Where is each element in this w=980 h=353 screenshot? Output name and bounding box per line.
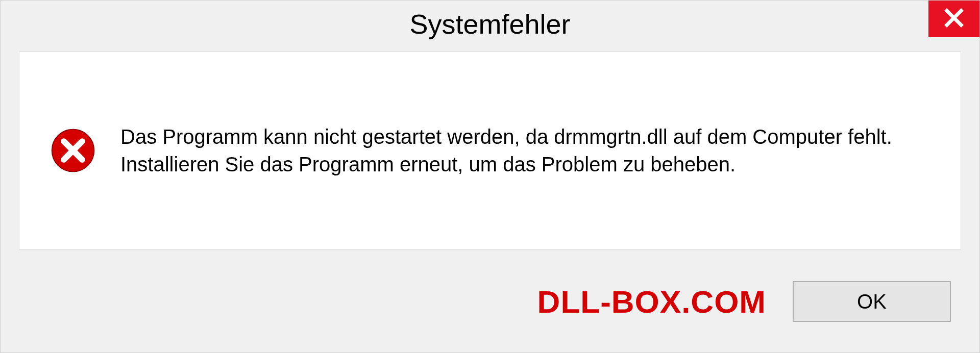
error-icon (50, 128, 96, 173)
close-button[interactable] (928, 1, 979, 37)
watermark-text: DLL-BOX.COM (537, 284, 766, 320)
error-message: Das Programm kann nicht gestartet werden… (120, 123, 930, 178)
close-icon (944, 8, 964, 30)
dialog-footer: DLL-BOX.COM OK (1, 261, 979, 352)
ok-button[interactable]: OK (793, 281, 951, 322)
titlebar: Systemfehler (1, 1, 979, 47)
content-panel: Das Programm kann nicht gestartet werden… (19, 52, 961, 249)
ok-button-label: OK (857, 290, 887, 313)
error-dialog: Systemfehler Das Programm kann nicht ges… (0, 0, 980, 353)
dialog-title: Systemfehler (409, 8, 570, 40)
